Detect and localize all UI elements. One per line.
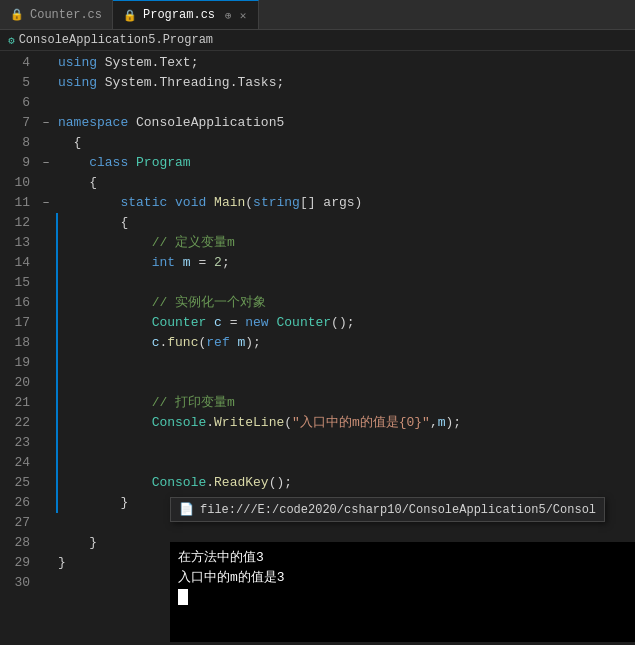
text-token: [] args) (300, 193, 362, 213)
text-token (175, 253, 183, 273)
text-token: ( (198, 333, 206, 353)
comment-token: // 实例化一个对象 (152, 293, 266, 313)
kw-token: class (89, 153, 128, 173)
var-token: m (183, 253, 191, 273)
collapse-btn (38, 413, 54, 433)
collapse-btn[interactable]: − (38, 193, 54, 213)
code-line (58, 93, 635, 113)
var-token: c (152, 333, 160, 353)
collapse-btn (38, 353, 54, 373)
code-line: { (56, 213, 635, 233)
collapse-btn (38, 393, 54, 413)
console-cursor-line (178, 588, 627, 608)
text-token (58, 153, 89, 173)
text-token: = (222, 313, 245, 333)
kw-token: static (120, 193, 167, 213)
type-token: Console (152, 413, 207, 433)
var-token: m (238, 333, 246, 353)
tooltip-text: file:///E:/code2020/csharp10/ConsoleAppl… (200, 503, 596, 517)
text-token: ( (245, 193, 253, 213)
line-number: 14 (0, 253, 30, 273)
collapse-btn (38, 453, 54, 473)
tooltip-file-icon: 📄 (179, 502, 194, 517)
line-number: 12 (0, 213, 30, 233)
code-line: namespace ConsoleApplication5 (58, 113, 635, 133)
text-token: System.Threading.Tasks; (97, 73, 284, 93)
line-number: 4 (0, 53, 30, 73)
text-token (58, 253, 152, 273)
collapse-btn (38, 373, 54, 393)
text-token (58, 473, 152, 493)
kw-token: int (152, 253, 175, 273)
code-line: { (58, 133, 635, 153)
tab-program[interactable]: 🔒 Program.cs ⊕ ✕ (113, 0, 259, 29)
collapse-btn (38, 553, 54, 573)
text-token (58, 193, 120, 213)
text-token (58, 413, 152, 433)
line-number: 6 (0, 93, 30, 113)
collapse-btn (38, 433, 54, 453)
collapse-btn (38, 513, 54, 533)
text-token (230, 333, 238, 353)
code-line (56, 273, 635, 293)
text-token: , (430, 413, 438, 433)
editor: 4567891011121314151617181920212223242526… (0, 51, 635, 642)
code-line: // 定义变量m (56, 233, 635, 253)
line-number: 15 (0, 273, 30, 293)
collapse-btn (38, 293, 54, 313)
line-number: 10 (0, 173, 30, 193)
code-line: c.func(ref m); (56, 333, 635, 353)
tab-counter[interactable]: 🔒 Counter.cs (0, 0, 113, 29)
line-number: 24 (0, 453, 30, 473)
collapse-btn (38, 253, 54, 273)
text-token: System.Text; (97, 53, 198, 73)
text-token: ; (222, 253, 230, 273)
code-line: int m = 2; (56, 253, 635, 273)
kw-token: void (175, 193, 206, 213)
collapse-btn[interactable]: − (38, 153, 54, 173)
line-number: 23 (0, 433, 30, 453)
text-token: { (58, 213, 128, 233)
kw-token: string (253, 193, 300, 213)
collapse-btn (38, 493, 54, 513)
gutter: −−− (38, 51, 54, 642)
line-number: 13 (0, 233, 30, 253)
code-line (56, 353, 635, 373)
console-line2: 入口中的m的值是3 (178, 568, 627, 588)
text-token (269, 313, 277, 333)
code-line: { (58, 173, 635, 193)
line-number: 19 (0, 353, 30, 373)
text-token: { (58, 133, 81, 153)
text-token (58, 233, 152, 253)
line-number: 11 (0, 193, 30, 213)
line-numbers: 4567891011121314151617181920212223242526… (0, 51, 38, 642)
tab-counter-icon: 🔒 (10, 8, 24, 21)
code-line: Console.ReadKey(); (56, 473, 635, 493)
kw-token: using (58, 53, 97, 73)
collapse-btn (38, 313, 54, 333)
tab-program-label: Program.cs (143, 8, 215, 22)
text-token: ConsoleApplication5 (128, 113, 284, 133)
text-token: ); (446, 413, 462, 433)
collapse-btn[interactable]: − (38, 113, 54, 133)
code-line (56, 433, 635, 453)
line-number: 16 (0, 293, 30, 313)
tab-program-close[interactable]: ✕ (238, 8, 249, 23)
text-token (58, 293, 152, 313)
tab-counter-label: Counter.cs (30, 8, 102, 22)
tooltip-popup: 📄 file:///E:/code2020/csharp10/ConsoleAp… (170, 497, 605, 522)
tab-program-pin: ⊕ (225, 9, 232, 22)
text-token: } (58, 533, 97, 553)
text-token: = (191, 253, 214, 273)
collapse-btn (38, 233, 54, 253)
collapse-btn (38, 573, 54, 593)
code-line: Console.WriteLine("入口中的m的值是{0}",m); (56, 413, 635, 433)
line-number: 28 (0, 533, 30, 553)
line-number: 20 (0, 373, 30, 393)
text-token: { (58, 173, 97, 193)
text-token (58, 313, 152, 333)
code-line: class Program (58, 153, 635, 173)
num-token: 2 (214, 253, 222, 273)
method-token: Main (214, 193, 245, 213)
text-token (58, 333, 152, 353)
